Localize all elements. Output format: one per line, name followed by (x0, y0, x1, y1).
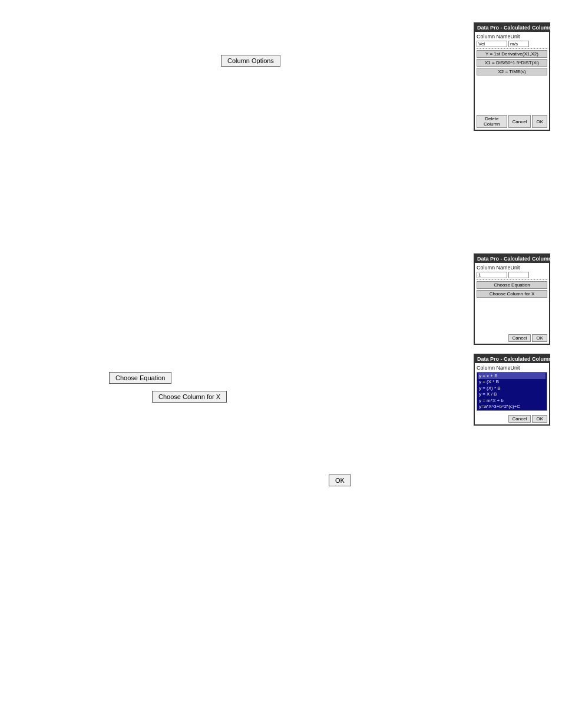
panel2-unit-label: Unit (511, 265, 543, 271)
ok-button-area: OK (329, 475, 351, 486)
panel1-equation1-btn[interactable]: Y = 1st Derivative(X1,X2) (477, 50, 547, 58)
list-item[interactable]: y = (X) * B (478, 386, 546, 391)
panel1-title: Data Pro - Calculated Column (475, 24, 549, 32)
panel2-choose-eq-btn[interactable]: Choose Equation (477, 281, 547, 289)
panel3-ok-btn[interactable]: OK (532, 415, 547, 423)
panel3-title: Data Pro - Calculated Column (475, 355, 549, 363)
panel2-unit-input[interactable] (508, 272, 529, 278)
panel2-spacer (477, 299, 547, 331)
panel1-cancel-btn[interactable]: Cancel (508, 115, 531, 128)
panel1-col-name-label: Column Name (477, 34, 511, 39)
panel1-col-name-input[interactable] (477, 41, 507, 47)
choose-equation-button[interactable]: Choose Equation (109, 372, 171, 384)
panel1-unit-input[interactable] (508, 41, 529, 47)
panel1-ok-btn[interactable]: OK (532, 115, 547, 128)
panel2-dialog: Data Pro - Calculated Column Column Name… (474, 253, 550, 345)
panel1-divider (477, 48, 547, 49)
panel3-footer: Cancel OK (475, 414, 549, 424)
panel2-title: Data Pro - Calculated Column (475, 255, 549, 263)
panel2-cancel-btn[interactable]: Cancel (508, 334, 531, 342)
panel1-unit-label: Unit (511, 34, 543, 39)
panel3-dialog: Data Pro - Calculated Column Column Name… (474, 354, 550, 426)
panel2-footer: Cancel OK (475, 333, 549, 344)
panel3-cancel-btn[interactable]: Cancel (508, 415, 531, 423)
panel1-footer: Delete Column Cancel OK (475, 114, 549, 130)
panel2-ok-btn[interactable]: OK (532, 334, 547, 342)
list-item[interactable]: y = (X * B (478, 379, 546, 385)
panel2-col-name-input[interactable] (477, 272, 507, 278)
panel1-delete-btn[interactable]: Delete Column (477, 115, 507, 128)
list-item[interactable]: y = m*X + b (478, 398, 546, 404)
panel3-unit-label: Unit (511, 365, 543, 371)
panel1-dialog: Data Pro - Calculated Column Column Name… (474, 22, 550, 131)
list-item[interactable]: y = x + B (478, 373, 546, 379)
list-item[interactable]: y=a*X^3+b^2*(c)+C (478, 404, 546, 410)
panel2-col-name-label: Column Name (477, 265, 511, 271)
choose-column-area: Choose Column for X (152, 391, 227, 403)
panel1-spacer (477, 77, 547, 112)
panel1-equation2-btn[interactable]: X1 = DIS/50^1.5*DIST(Xi) (477, 59, 547, 67)
ok-button[interactable]: OK (329, 475, 351, 486)
column-options-button[interactable]: Column Options (221, 55, 280, 67)
list-item[interactable]: y = X / B (478, 391, 546, 397)
choose-equation-area: Choose Equation (109, 372, 171, 384)
column-options-btn[interactable]: Column Options (221, 55, 280, 67)
panel1-equation3-btn[interactable]: X2 = TIME(s) (477, 68, 547, 75)
panel2-divider (477, 279, 547, 280)
panel3-col-name-label: Column Name (477, 365, 511, 371)
panel2-choose-col-btn[interactable]: Choose Column for X (477, 290, 547, 298)
panel3-equation-list[interactable]: y = x + B y = (X * B y = (X) * B y = X /… (477, 372, 547, 411)
choose-column-button[interactable]: Choose Column for X (152, 391, 227, 403)
